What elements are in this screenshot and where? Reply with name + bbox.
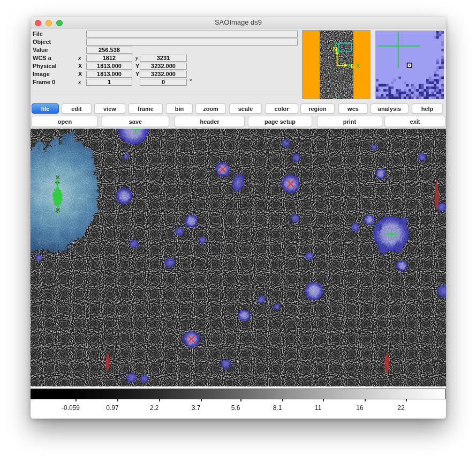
svg-text:N: N: [333, 46, 337, 53]
svg-text:E: E: [351, 63, 354, 69]
svg-text:X: X: [356, 63, 360, 69]
